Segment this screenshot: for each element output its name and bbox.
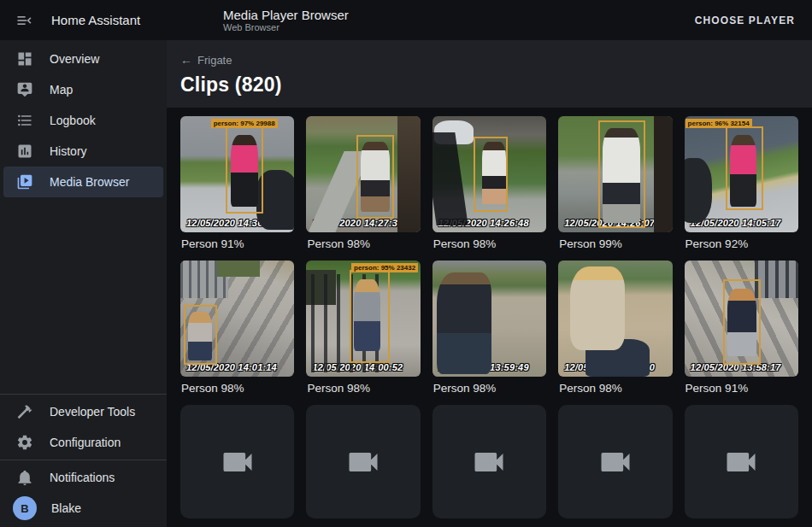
detection-box	[226, 126, 263, 214]
menu-open-icon[interactable]	[15, 11, 33, 30]
clip-caption: Person 98%	[307, 237, 419, 250]
clip-caption: Person 98%	[307, 382, 419, 395]
bell-icon	[15, 467, 35, 488]
topbar-titles: Media Player Browser Web Browser	[223, 8, 349, 33]
sidebar-item-label: Notifications	[50, 471, 115, 484]
clip-item[interactable]: 12/05/2020 14:26:07Person 99%	[558, 116, 672, 261]
clip-item[interactable]: 12/05/2020 14:27:35Person 98%	[306, 116, 420, 261]
clips-grid: person: 97% 2998812/05/2020 14:36:47Pers…	[167, 108, 812, 405]
play-box-multiple-icon	[15, 172, 35, 192]
clip-caption: Person 98%	[433, 382, 545, 395]
sidebar-item-label: Overview	[50, 52, 99, 66]
detection-box	[356, 135, 394, 219]
back-arrow-icon: ←	[180, 53, 192, 67]
clip-item[interactable]: person: 95% 2343212/05/2020 14:00:52Pers…	[306, 261, 420, 405]
content-header: ← Frigate Clips (820)	[167, 40, 812, 108]
sidebar-item-label: Media Browser	[50, 175, 129, 189]
clip-item[interactable]: 12/05/2020 14:01:14Person 98%	[180, 261, 294, 405]
page-subtitle: Web Browser	[223, 22, 349, 33]
clip-thumbnail: person: 95% 2343212/05/2020 14:00:52	[306, 261, 420, 377]
app-title: Home Assistant	[51, 13, 140, 27]
detection-label: person: 96% 32154	[685, 119, 752, 128]
sidebar-header: Home Assistant	[0, 0, 167, 40]
clip-item[interactable]: 12/05/2020 13:58:30Person 98%	[558, 261, 672, 405]
cog-icon	[15, 432, 35, 453]
detection-box	[184, 305, 217, 366]
video-icon	[597, 443, 634, 481]
folder-item-today-164[interactable]: Today (164)	[180, 405, 294, 527]
photo-shape	[432, 132, 468, 225]
clip-thumbnail: 12/05/2020 14:26:48	[432, 116, 546, 232]
sidebar-item-notifications[interactable]: Notifications	[3, 462, 163, 493]
clip-thumbnail: 12/05/2020 14:27:35	[306, 116, 420, 232]
clip-thumbnail: person: 96% 3215412/05/2020 14:05:17	[685, 116, 798, 232]
clip-caption: Person 98%	[433, 237, 545, 250]
folder-thumbnail	[306, 405, 420, 518]
sidebar-item-developer-tools[interactable]: Developer Tools	[3, 396, 163, 427]
detection-box	[723, 279, 761, 366]
view-dashboard-icon	[15, 49, 35, 69]
sidebar-footer-nav: NotificationsBBlake	[0, 462, 167, 527]
chart-box-icon	[15, 141, 35, 161]
clip-thumbnail: 12/05/2020 14:01:14	[180, 261, 294, 377]
sidebar-item-label: Map	[50, 83, 73, 97]
detection-box	[474, 137, 508, 211]
sidebar-spacer	[0, 197, 167, 392]
folder-item-back-427[interactable]: Back (427)	[685, 405, 798, 527]
section-title: Clips (820)	[180, 73, 798, 97]
folder-item-this-month-502[interactable]: This Month (502)	[432, 405, 546, 527]
clip-thumbnail: person: 97% 2998812/05/2020 14:36:47	[180, 116, 294, 232]
video-icon	[344, 443, 382, 481]
tooltip-account-icon	[15, 79, 35, 100]
breadcrumb-label: Frigate	[197, 54, 232, 67]
clip-caption: Person 98%	[559, 382, 671, 395]
photo-shape	[217, 261, 261, 277]
breadcrumb[interactable]: ← Frigate	[180, 53, 232, 67]
profile-name: Blake	[51, 501, 81, 515]
detection-box	[598, 120, 645, 227]
choose-player-button[interactable]: CHOOSE PLAYER	[691, 8, 798, 33]
folder-thumbnail	[558, 405, 672, 518]
detection-box	[726, 126, 763, 210]
detection-label: person: 97% 29988	[211, 119, 278, 128]
format-list-bulleted-icon	[15, 110, 35, 131]
sidebar-tools-nav: Developer ToolsConfiguration	[0, 396, 167, 458]
video-icon	[470, 443, 508, 481]
sidebar-item-history[interactable]: History	[3, 136, 163, 167]
sidebar-item-overview[interactable]: Overview	[3, 44, 163, 74]
sidebar-item-label: Developer Tools	[50, 405, 135, 419]
sidebar-item-map[interactable]: Map	[3, 74, 163, 105]
sidebar-item-label: Configuration	[50, 436, 121, 449]
folder-item-last-month-318[interactable]: Last Month (318)	[558, 405, 672, 527]
clip-thumbnail: 12/05/2020 13:58:30	[558, 261, 672, 377]
sidebar-divider	[0, 460, 167, 460]
clip-item[interactable]: 12/05/2020 13:58:17Person 91%	[685, 261, 798, 405]
main-content: ← Frigate Clips (820) person: 97% 299881…	[167, 40, 812, 527]
avatar: B	[13, 496, 37, 520]
page-title: Media Player Browser	[223, 8, 349, 22]
detection-box	[350, 270, 390, 363]
sidebar-divider	[0, 394, 167, 395]
sidebar-item-configuration[interactable]: Configuration	[3, 427, 163, 458]
clip-item[interactable]: 12/05/2020 13:59:49Person 98%	[432, 261, 546, 405]
clip-item[interactable]: person: 97% 2998812/05/2020 14:36:47Pers…	[180, 116, 294, 261]
clip-caption: Person 91%	[685, 382, 797, 395]
hammer-icon	[15, 401, 35, 422]
photo-shape	[397, 116, 421, 232]
folder-thumbnail	[180, 405, 294, 518]
sidebar-item-logbook[interactable]: Logbook	[3, 105, 163, 136]
topbar: Media Player Browser Web Browser CHOOSE …	[167, 0, 812, 40]
app-window: Home Assistant Media Player Browser Web …	[0, 0, 812, 527]
clip-item[interactable]: 12/05/2020 14:26:48Person 98%	[432, 116, 546, 261]
clip-caption: Person 92%	[685, 237, 797, 250]
photo-shape	[570, 266, 625, 350]
clip-item[interactable]: person: 96% 3215412/05/2020 14:05:17Pers…	[685, 116, 798, 261]
clip-caption: Person 99%	[559, 237, 671, 250]
clip-thumbnail: 12/05/2020 13:58:17	[685, 261, 798, 377]
photo-shape	[755, 261, 798, 298]
sidebar-item-media-browser[interactable]: Media Browser	[3, 167, 163, 197]
sidebar-item-label: History	[50, 144, 87, 158]
sidebar-item-profile[interactable]: BBlake	[3, 493, 163, 524]
video-icon	[219, 443, 256, 481]
folder-item-yesterday-209[interactable]: Yesterday (209)	[306, 405, 420, 527]
